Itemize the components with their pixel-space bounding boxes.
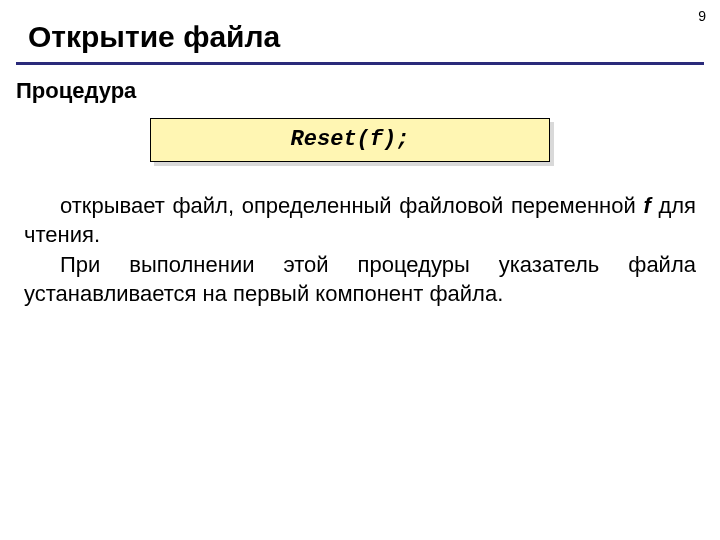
variable-f: f [643,193,650,218]
title-divider [16,62,704,65]
page-number: 9 [698,8,706,24]
slide: 9 Открытие файла Процедура Reset(f); отк… [0,0,720,540]
paragraph-2: При выполнении этой процедуры указатель … [24,251,696,308]
p1-part-a: открывает файл, определенный файловой пе… [60,193,643,218]
code-box: Reset(f); [150,118,550,162]
subheading: Процедура [16,78,136,104]
body-text: открывает файл, определенный файловой пе… [24,192,696,310]
code-text: Reset(f); [150,118,550,162]
page-title: Открытие файла [28,20,280,54]
paragraph-1: открывает файл, определенный файловой пе… [24,192,696,249]
